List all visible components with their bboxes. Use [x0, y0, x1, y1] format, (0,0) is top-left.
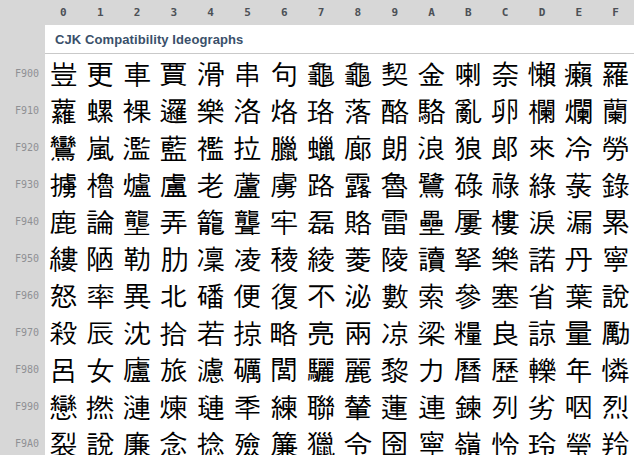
char-cell[interactable]: 浪	[413, 129, 450, 166]
char-cell[interactable]: 爛	[560, 92, 597, 129]
char-cell[interactable]: 樂	[192, 92, 229, 129]
char-cell[interactable]: 泌	[340, 277, 377, 314]
char-cell[interactable]: 綾	[303, 240, 340, 277]
char-cell[interactable]: 聾	[229, 203, 266, 240]
char-cell[interactable]: 論	[82, 203, 119, 240]
char-cell[interactable]: 磊	[303, 203, 340, 240]
char-cell[interactable]: 豈	[45, 55, 82, 92]
char-cell[interactable]: 酪	[376, 92, 413, 129]
char-cell[interactable]: 契	[376, 55, 413, 92]
char-cell[interactable]: 落	[340, 92, 377, 129]
char-cell[interactable]: 亂	[450, 92, 487, 129]
char-cell[interactable]: 癩	[560, 55, 597, 92]
char-cell[interactable]: 串	[229, 55, 266, 92]
char-cell[interactable]: 車	[119, 55, 156, 92]
char-cell[interactable]: 菉	[560, 166, 597, 203]
char-cell[interactable]: 鍊	[450, 388, 487, 425]
char-cell[interactable]: 歷	[487, 351, 524, 388]
char-cell[interactable]: 烈	[597, 388, 634, 425]
char-cell[interactable]: 若	[192, 314, 229, 351]
char-cell[interactable]: 鷺	[413, 166, 450, 203]
char-cell[interactable]: 濫	[119, 129, 156, 166]
char-cell[interactable]: 凌	[229, 240, 266, 277]
char-cell[interactable]: 肋	[155, 240, 192, 277]
char-cell[interactable]: 螺	[82, 92, 119, 129]
char-cell[interactable]: 諒	[524, 314, 561, 351]
char-cell[interactable]: 年	[560, 351, 597, 388]
char-cell[interactable]: 冷	[560, 129, 597, 166]
char-cell[interactable]: 蘆	[229, 166, 266, 203]
char-cell[interactable]: 襤	[192, 129, 229, 166]
char-cell[interactable]: 凉	[376, 314, 413, 351]
char-cell[interactable]: 說	[597, 277, 634, 314]
char-cell[interactable]: 弄	[155, 203, 192, 240]
char-cell[interactable]: 塞	[487, 277, 524, 314]
char-cell[interactable]: 擄	[45, 166, 82, 203]
char-cell[interactable]: 說	[82, 425, 119, 455]
char-cell[interactable]: 籠	[192, 203, 229, 240]
char-cell[interactable]: 丹	[560, 240, 597, 277]
char-cell[interactable]: 雷	[376, 203, 413, 240]
char-cell[interactable]: 累	[597, 203, 634, 240]
char-cell[interactable]: 鹿	[45, 203, 82, 240]
char-cell[interactable]: 陋	[82, 240, 119, 277]
char-cell[interactable]: 獵	[303, 425, 340, 455]
char-cell[interactable]: 廬	[119, 351, 156, 388]
char-cell[interactable]: 辰	[82, 314, 119, 351]
char-cell[interactable]: 碌	[450, 166, 487, 203]
char-cell[interactable]: 郎	[487, 129, 524, 166]
char-cell[interactable]: 略	[266, 314, 303, 351]
char-cell[interactable]: 令	[340, 425, 377, 455]
char-cell[interactable]: 賈	[155, 55, 192, 92]
char-cell[interactable]: 更	[82, 55, 119, 92]
char-cell[interactable]: 寧	[597, 240, 634, 277]
char-cell[interactable]: 陵	[376, 240, 413, 277]
char-cell[interactable]: 喇	[450, 55, 487, 92]
char-cell[interactable]: 漏	[560, 203, 597, 240]
char-cell[interactable]: 魯	[376, 166, 413, 203]
char-cell[interactable]: 羚	[597, 425, 634, 455]
char-cell[interactable]: 蠟	[303, 129, 340, 166]
char-cell[interactable]: 欄	[524, 92, 561, 129]
char-cell[interactable]: 念	[155, 425, 192, 455]
char-cell[interactable]: 漣	[119, 388, 156, 425]
char-cell[interactable]: 秊	[229, 388, 266, 425]
char-cell[interactable]: 狼	[450, 129, 487, 166]
char-cell[interactable]: 聯	[303, 388, 340, 425]
char-cell[interactable]: 參	[450, 277, 487, 314]
char-cell[interactable]: 北	[155, 277, 192, 314]
char-cell[interactable]: 亮	[303, 314, 340, 351]
char-cell[interactable]: 龜	[340, 55, 377, 92]
char-cell[interactable]: 煉	[155, 388, 192, 425]
char-cell[interactable]: 沈	[119, 314, 156, 351]
char-cell[interactable]: 梁	[413, 314, 450, 351]
char-cell[interactable]: 路	[303, 166, 340, 203]
char-cell[interactable]: 樓	[487, 203, 524, 240]
char-cell[interactable]: 黎	[376, 351, 413, 388]
char-cell[interactable]: 句	[266, 55, 303, 92]
char-cell[interactable]: 壟	[119, 203, 156, 240]
char-cell[interactable]: 撚	[82, 388, 119, 425]
char-cell[interactable]: 玲	[524, 425, 561, 455]
char-cell[interactable]: 綠	[524, 166, 561, 203]
char-cell[interactable]: 復	[266, 277, 303, 314]
char-cell[interactable]: 旅	[155, 351, 192, 388]
char-cell[interactable]: 練	[266, 388, 303, 425]
char-cell[interactable]: 不	[303, 277, 340, 314]
char-cell[interactable]: 廊	[340, 129, 377, 166]
char-cell[interactable]: 曆	[450, 351, 487, 388]
char-cell[interactable]: 咽	[560, 388, 597, 425]
char-cell[interactable]: 屢	[450, 203, 487, 240]
char-cell[interactable]: 珞	[303, 92, 340, 129]
char-cell[interactable]: 拉	[229, 129, 266, 166]
char-cell[interactable]: 女	[82, 351, 119, 388]
char-cell[interactable]: 金	[413, 55, 450, 92]
char-cell[interactable]: 縷	[45, 240, 82, 277]
char-cell[interactable]: 櫓	[82, 166, 119, 203]
char-cell[interactable]: 卵	[487, 92, 524, 129]
char-cell[interactable]: 拾	[155, 314, 192, 351]
char-cell[interactable]: 稜	[266, 240, 303, 277]
char-cell[interactable]: 怒	[45, 277, 82, 314]
char-cell[interactable]: 懶	[524, 55, 561, 92]
char-cell[interactable]: 凜	[192, 240, 229, 277]
